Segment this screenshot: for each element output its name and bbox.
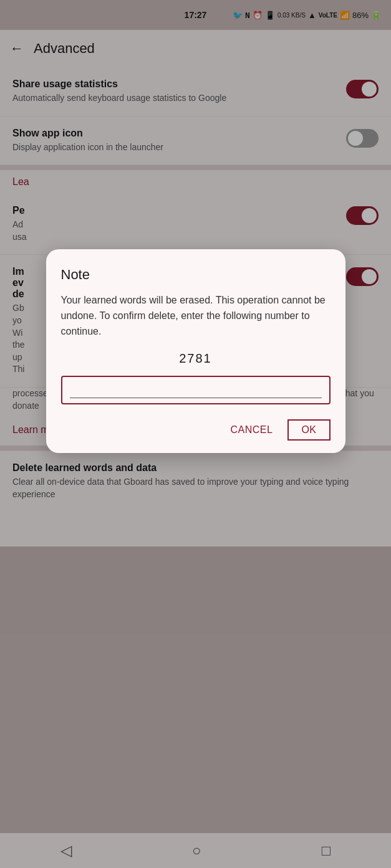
dialog-input[interactable] bbox=[70, 382, 322, 398]
dialog-message: Your learned words will be erased. This … bbox=[61, 293, 331, 339]
note-dialog: Note Your learned words will be erased. … bbox=[46, 249, 345, 453]
cancel-button[interactable]: Cancel bbox=[220, 419, 282, 441]
ok-button[interactable]: OK bbox=[287, 419, 330, 441]
dialog-title: Note bbox=[61, 267, 331, 283]
dialog-input-wrapper[interactable] bbox=[61, 376, 331, 404]
dialog-confirm-number: 2781 bbox=[61, 351, 331, 366]
dialog-actions: Cancel OK bbox=[61, 419, 331, 441]
